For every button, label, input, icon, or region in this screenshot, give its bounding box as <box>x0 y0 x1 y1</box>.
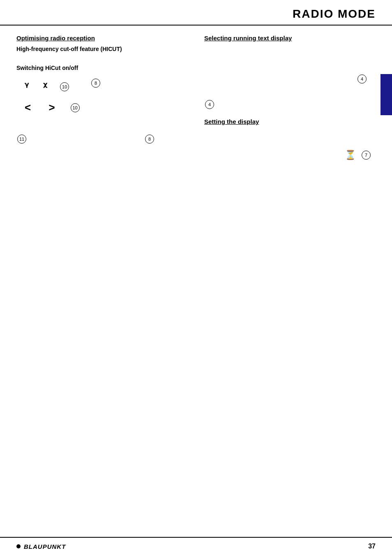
switching-section: Switching HiCut on/off 8 ᵞ ᵡ 10 < > 10 <box>16 65 188 144</box>
page-number: 37 <box>368 543 376 550</box>
setting-display-heading: Setting the display <box>204 118 376 125</box>
symbol-chars-row: ᵞ ᵡ 10 <box>21 80 188 93</box>
page-container: RADIO MODE Optimising radio reception Hi… <box>0 0 392 555</box>
main-content: Optimising radio reception High-frequenc… <box>0 26 392 160</box>
circle-num-4-mid: 4 <box>205 100 214 109</box>
circle-num-8-1: 8 <box>91 79 100 88</box>
circle-4-top-row: 4 <box>204 74 376 84</box>
circle-num-10-1: 10 <box>60 82 69 91</box>
circle-num-8-2: 8 <box>145 135 154 144</box>
clock-circle-row: ⏳ 7 <box>204 150 376 160</box>
right-column: Selecting running text display 4 4 Setti… <box>196 26 376 160</box>
circle-4-mid-row: 4 <box>204 100 376 109</box>
optimising-heading: Optimising radio reception <box>16 35 188 42</box>
brand-dot <box>16 544 21 548</box>
symbol-chars: ᵞ ᵡ <box>25 80 53 93</box>
page-title: RADIO MODE <box>293 7 376 21</box>
circle-8-top: 8 <box>90 79 101 88</box>
brand-logo: BLAUPUNKT <box>16 543 66 550</box>
symbols-row-1: 8 ᵞ ᵡ 10 <box>21 80 188 93</box>
clock-icon: ⏳ <box>345 150 356 160</box>
right-tab <box>380 74 392 115</box>
arrows-row: < > 10 <box>21 101 188 114</box>
circle-num-11: 11 <box>17 135 26 144</box>
circle-num-4-top: 4 <box>357 74 367 84</box>
lower-para-area: 8 11 <box>16 135 188 144</box>
header: RADIO MODE <box>0 0 392 26</box>
selecting-heading: Selecting running text display <box>204 35 376 42</box>
circle-num-7: 7 <box>362 151 371 160</box>
setting-display-section: Setting the display ⏳ 7 <box>204 118 376 160</box>
circle-11-row: 11 <box>16 135 188 144</box>
left-column: Optimising radio reception High-frequenc… <box>16 26 196 160</box>
circle-num-10-2: 10 <box>71 103 80 112</box>
switching-hicut-heading: Switching HiCut on/off <box>16 65 188 71</box>
arrow-chars: < > <box>25 101 62 114</box>
hicut-subheading: High-frequency cut-off feature (HICUT) <box>16 46 188 52</box>
brand-name: BLAUPUNKT <box>24 543 66 550</box>
footer: BLAUPUNKT 37 <box>0 537 392 555</box>
